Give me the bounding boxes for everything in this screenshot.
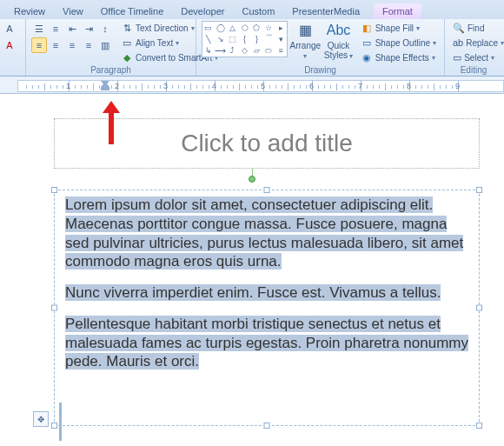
shape-outline-icon: ▭ [361,37,373,49]
find-button[interactable]: 🔍Find [450,21,497,35]
decrease-indent-button[interactable]: ⇤ [64,21,80,37]
body-paragraph-2[interactable]: Nunc viverra imperdiet enim. Fusce est. … [65,284,441,301]
columns-button[interactable]: ▥ [97,37,113,53]
replace-icon: ab [453,37,463,49]
align-left-button[interactable]: ≡ [31,37,47,53]
font-color-button[interactable]: A [2,37,17,53]
tab-presentermedia[interactable]: PresenterMedia [283,3,368,19]
increase-indent-button[interactable]: ⇥ [81,21,96,37]
resize-handle[interactable] [264,187,270,193]
quick-styles-button[interactable]: Abc Quick Styles [322,21,354,60]
grow-font-button[interactable]: A [2,21,17,37]
resize-handle[interactable] [51,187,57,193]
rotation-handle[interactable] [249,176,255,183]
align-center-button[interactable]: ≡ [48,37,63,53]
tab-format[interactable]: Format [374,3,421,19]
resize-handle[interactable] [476,305,482,311]
shape-fill-button[interactable]: ◧Shape Fill [358,21,439,35]
resize-handle[interactable] [476,423,482,429]
title-placeholder-text: Click to add title [181,130,353,157]
justify-button[interactable]: ≡ [81,37,96,53]
slide[interactable]: Click to add title Lorem ipsum dolor sit… [0,94,504,446]
group-label-editing: Editing [450,65,497,76]
resize-handle[interactable] [51,305,57,311]
content-placeholder[interactable]: Lorem ipsum dolor sit amet, consectetuer… [54,190,480,426]
numbering-button[interactable]: ≡ [48,21,63,37]
text-direction-icon: ⇅ [121,22,133,34]
tab-review[interactable]: Review [5,3,54,19]
shape-effects-icon: ◉ [361,51,373,63]
annotation-arrow [103,101,120,144]
group-label-paragraph: Paragraph [31,65,190,76]
shape-fill-icon: ◧ [361,22,373,34]
arrange-icon: ▦ [295,21,315,40]
arrange-button[interactable]: ▦ Arrange [289,21,321,60]
align-text-icon: ▭ [121,37,133,49]
group-label-drawing: Drawing [202,65,439,76]
tab-view[interactable]: View [54,3,92,19]
select-button[interactable]: ▭Select [450,50,497,64]
tab-custom[interactable]: Custom [233,3,283,19]
selection-indicator [59,403,62,441]
autofit-options-button[interactable]: ✥ [33,411,49,427]
shape-effects-button[interactable]: ◉Shape Effects [358,50,439,64]
tab-developer[interactable]: Developer [172,3,233,19]
horizontal-ruler[interactable]: 123456789 [0,77,504,94]
tab-office-timeline[interactable]: Office Timeline [92,3,173,19]
find-icon: 🔍 [453,22,465,34]
body-paragraph-1[interactable]: Lorem ipsum dolor sit amet, consectetuer… [65,196,463,270]
ribbon-tabs: Review View Office Timeline Developer Cu… [0,0,504,19]
ribbon: A A ☰ ≡ ⇤ ⇥ ↕ ≡ ≡ ≡ ≡ ▥ [0,19,504,77]
resize-handle[interactable] [476,187,482,193]
align-right-button[interactable]: ≡ [64,37,80,53]
slide-workspace: Click to add title Lorem ipsum dolor sit… [0,94,504,446]
replace-button[interactable]: abReplace [450,36,497,50]
bullets-button[interactable]: ☰ [31,21,47,37]
smartart-icon: ◆ [121,51,133,63]
line-spacing-button[interactable]: ↕ [97,21,113,37]
resize-handle[interactable] [51,423,57,429]
quick-styles-icon: Abc [329,21,348,40]
body-paragraph-3[interactable]: Pellentesque habitant morbi tristique se… [65,316,468,370]
shapes-gallery[interactable]: ▭◯△⬡⬠☆▸ ╲↘⬚{}⌒▾ ↳⟶⤴◇▱⬭≡ [202,21,288,57]
select-icon: ▭ [453,51,461,63]
shape-outline-button[interactable]: ▭Shape Outline [358,36,439,50]
resize-handle[interactable] [264,423,270,429]
